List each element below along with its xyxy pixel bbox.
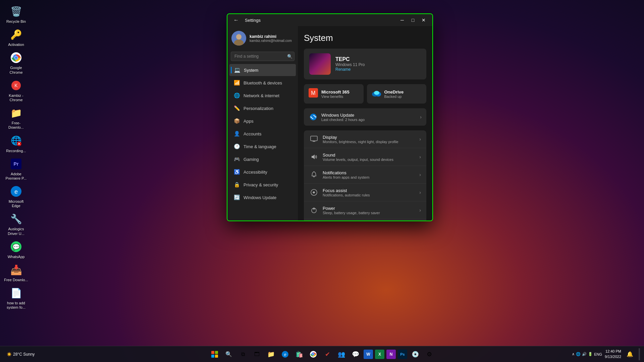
minimize-button[interactable]: ─ — [397, 15, 407, 25]
onenote-button[interactable]: N — [386, 350, 396, 359]
nav-item-time[interactable]: 🕐 Time & language — [229, 140, 296, 153]
title-bar: ← Settings ─ □ ✕ — [227, 14, 432, 26]
user-profile[interactable]: kambiz rahimi kambiz.rahimi@hotmail.com — [227, 26, 298, 50]
desktop-icon-free-download2[interactable]: 📥 Free Downlo... — [3, 262, 30, 284]
desktop-icon-whatsapp[interactable]: 💬 WhatsApp — [3, 239, 30, 260]
whatsapp-taskbar-button[interactable]: 💬 — [350, 348, 362, 360]
nav-item-gaming[interactable]: 🎮 Gaming — [229, 153, 296, 165]
desktop-icon-recycle-bin[interactable]: 🗑️ Recycle Bin — [3, 3, 30, 25]
desktop-icon-recording[interactable]: 🌐 ✕ Recording... — [3, 133, 30, 155]
notifications-chevron-icon: › — [419, 172, 421, 177]
desktop-icon-microsoft-edge[interactable]: e Microsoft Edge — [3, 183, 30, 209]
settings-item-focus-assist[interactable]: Focus assist Notifications, automatic ru… — [304, 183, 426, 201]
search-input[interactable] — [231, 52, 294, 61]
whatsapp-icon: 💬 — [9, 240, 23, 253]
network-tray-icon[interactable]: 🌐 — [576, 352, 581, 356]
recording-label: Recording... — [6, 149, 26, 153]
weather-icon: ☀️ — [7, 352, 12, 357]
desktop-icon-kambiz-chrome[interactable]: K Kambiz - Chrome — [3, 77, 30, 104]
nav-label-bluetooth: Bluetooth & devices — [244, 80, 282, 85]
display-chevron-icon: › — [419, 136, 421, 142]
windows-update-desc: Last checked: 2 hours ago — [321, 118, 417, 122]
show-desktop-button[interactable] — [639, 348, 640, 360]
chrome-taskbar-button[interactable] — [307, 348, 319, 360]
whatsapp-label: WhatsApp — [8, 255, 25, 259]
teams-button[interactable]: 👥 — [335, 348, 347, 360]
settings-items-group: Display Monitors, brightness, night ligh… — [304, 130, 426, 221]
nav-item-apps[interactable]: 📦 Apps — [229, 115, 296, 127]
sound-name: Sound — [323, 153, 415, 158]
title-bar-title: ← Settings — [231, 15, 261, 25]
gaming-nav-icon: 🎮 — [233, 156, 240, 163]
settings-item-display[interactable]: Display Monitors, brightness, night ligh… — [304, 130, 426, 148]
desktop-icons: 🗑️ Recycle Bin 🔑 Activation Google Chrom… — [0, 0, 32, 315]
widgets-button[interactable]: 🗔 — [251, 348, 263, 360]
weather-text: 28°C Sunny — [13, 352, 35, 357]
quick-link-onedrive[interactable]: OneDrive Backed up — [367, 84, 427, 104]
language-tray[interactable]: ENG — [594, 352, 602, 356]
todoist-button[interactable]: ✔ — [321, 348, 333, 360]
back-button[interactable]: ← — [231, 15, 241, 25]
settings-item-notifications[interactable]: Notifications Alerts from apps and syste… — [304, 166, 426, 183]
svg-rect-41 — [215, 355, 218, 358]
network-nav-icon: 🌐 — [233, 92, 240, 99]
nav-item-accounts[interactable]: 👤 Accounts — [229, 128, 296, 140]
diskdrill-button[interactable]: 💿 — [409, 348, 421, 360]
taskbar-weather[interactable]: ☀️ 28°C Sunny — [4, 348, 37, 360]
tray-arrow-icon[interactable]: ∧ — [572, 352, 575, 356]
nav-label-accounts: Accounts — [244, 131, 261, 136]
store-button[interactable]: 🛍️ — [293, 348, 305, 360]
task-view-button[interactable]: ⧉ — [237, 348, 249, 360]
nav-item-network[interactable]: 🌐 Network & internet — [229, 89, 296, 102]
volume-tray-icon[interactable]: 🔊 — [582, 352, 587, 356]
windows-update-card[interactable]: Windows Update Last checked: 2 hours ago… — [304, 108, 426, 126]
close-button[interactable]: ✕ — [419, 15, 428, 25]
nav-item-privacy[interactable]: 🔒 Privacy & security — [229, 179, 296, 191]
start-button[interactable] — [209, 348, 221, 360]
kambiz-chrome-label: Kambiz - Chrome — [4, 94, 28, 102]
desktop-icon-how-to-add[interactable]: 📄 how to add system fo... — [3, 285, 30, 311]
nav-item-personalization[interactable]: ✏️ Personalization — [229, 102, 296, 114]
file-explorer-button[interactable]: 📁 — [265, 348, 277, 360]
user-name: kambiz rahimi — [250, 34, 294, 39]
settings-item-power[interactable]: Power Sleep, battery usage, battery save… — [304, 201, 426, 219]
battery-tray-icon[interactable]: 🔋 — [588, 352, 593, 356]
nav-label-windows-update: Windows Update — [244, 195, 276, 200]
svg-text:M: M — [311, 90, 315, 96]
desktop-icon-free-download[interactable]: 📁 Free-Downlo... — [3, 105, 30, 131]
photoshop-button[interactable]: Ps — [398, 350, 407, 359]
nav-label-time: Time & language — [244, 144, 276, 149]
nav-item-system[interactable]: 💻 System — [229, 64, 296, 76]
quick-link-microsoft365[interactable]: M Microsoft 365 View benefits — [304, 84, 364, 104]
system-name: TEPC — [335, 56, 365, 62]
nav-label-privacy: Privacy & security — [244, 182, 278, 187]
settings-item-storage[interactable]: Storage Storage space, drives, configura… — [304, 219, 426, 221]
system-info-card[interactable]: TEPC Windows 11 Pro Rename — [304, 49, 426, 79]
nav-item-accessibility[interactable]: ♿ Accessibility — [229, 166, 296, 178]
taskbar-right: ∧ 🌐 🔊 🔋 ENG 12:40 PM 9/13/2022 🔔 — [572, 348, 640, 360]
desktop-icon-google-chrome[interactable]: Google Chrome — [3, 50, 30, 76]
accounts-nav-icon: 👤 — [233, 130, 240, 137]
system-os: Windows 11 Pro — [335, 62, 365, 67]
how-to-add-label: how to add system fo... — [4, 301, 28, 310]
nav-item-windows-update[interactable]: 🔄 Windows Update — [229, 191, 296, 203]
maximize-button[interactable]: □ — [408, 15, 418, 25]
word-button[interactable]: W — [364, 350, 373, 359]
svg-marker-24 — [312, 155, 315, 159]
desktop-icon-activation[interactable]: 🔑 Activation — [3, 26, 30, 48]
nav-item-bluetooth[interactable]: 📶 Bluetooth & devices — [229, 77, 296, 89]
free-download-label: Free-Downlo... — [4, 121, 28, 130]
nav-label-gaming: Gaming — [244, 157, 259, 162]
settings-item-sound[interactable]: Sound Volume levels, output, input, soun… — [304, 148, 426, 166]
notifications-tray-button[interactable]: 🔔 — [624, 348, 636, 360]
system-rename[interactable]: Rename — [335, 67, 365, 72]
edge-button[interactable]: e — [279, 348, 291, 360]
excel-button[interactable]: X — [375, 350, 384, 359]
desktop-icon-auslogics[interactable]: 🔧 Auslogics Driver U... — [3, 211, 30, 237]
time-date[interactable]: 12:40 PM 9/13/2022 — [605, 349, 621, 359]
google-chrome-label: Google Chrome — [4, 66, 28, 74]
search-icon-btn[interactable]: 🔍 — [287, 54, 292, 59]
desktop-icon-adobe-premiere[interactable]: Pr Adobe Premiere P... — [3, 156, 30, 182]
search-button[interactable]: 🔍 — [223, 348, 235, 360]
settings-taskbar-button[interactable]: ⚙ — [423, 348, 435, 360]
